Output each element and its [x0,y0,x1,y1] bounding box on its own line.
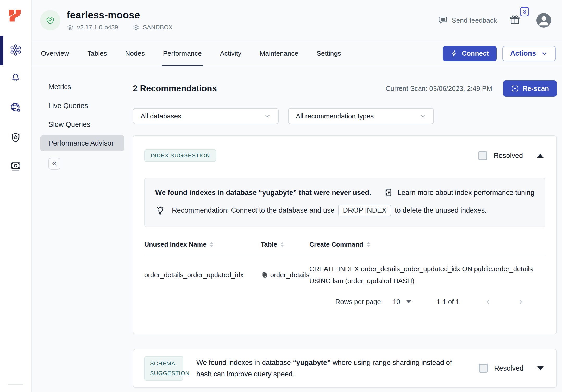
column-header-create-command[interactable]: Create Command [309,241,545,248]
tab-nodes[interactable]: Nodes [125,41,145,66]
resolved-checkbox[interactable] [478,151,487,160]
connect-label: Connect [462,49,489,58]
send-feedback-button[interactable]: Send feedback [438,15,497,26]
subnav-item-live-queries[interactable]: Live Queries [40,98,124,114]
tab-tables[interactable]: Tables [87,41,107,66]
performance-subnav: Metrics Live Queries Slow Queries Perfor… [40,79,124,170]
layers-icon [67,24,74,31]
database-name: “yugabyte” [259,189,297,197]
yugabyte-logo[interactable] [8,8,22,23]
database-filter-select[interactable]: All databases [133,108,279,124]
expand-card-button[interactable] [535,365,545,372]
cluster-meta: v2.17.1.0-b439 SANDBOX [67,24,173,31]
sidebar-divider [8,384,23,385]
cluster-tier-label: SANDBOX [143,24,173,31]
recommendation-type-filter-value: All recommendation types [296,112,374,120]
cluster-title-block: fearless-moose v2.17.1.0-b439 SANDBOX [67,10,173,31]
rescan-button[interactable]: Re-scan [503,80,557,97]
copy-icon[interactable] [261,271,268,279]
sidebar-item-usage-billing[interactable] [0,155,31,177]
notifications-bell-icon [10,72,21,83]
sidebar-item-clusters[interactable] [0,39,31,61]
drop-index-code-chip: DROP INDEX [338,205,391,216]
triangle-up-icon [536,154,544,158]
sort-icon [210,242,214,247]
tab-maintenance[interactable]: Maintenance [260,41,298,66]
tab-performance[interactable]: Performance [163,41,202,66]
feedback-bubble-icon [438,15,448,26]
chevron-down-icon [541,50,548,57]
cell-create-command: CREATE INDEX order_details_order_updated… [309,263,545,287]
subnav-item-metrics[interactable]: Metrics [40,79,124,95]
tab-overview[interactable]: Overview [41,41,69,66]
scan-icon [511,85,519,92]
sidebar-item-network-access[interactable] [0,97,31,118]
index-suggestion-card: INDEX SUGGESTION Resolved We found index… [133,135,557,334]
recommendation-type-filter-select[interactable]: All recommendation types [288,108,434,124]
billing-money-icon [10,160,21,172]
column-header-unused-index-name[interactable]: Unused Index Name [144,241,261,248]
whats-new-count-badge: 3 [520,7,529,16]
sidebar-item-security[interactable] [0,127,31,148]
learn-more-link[interactable]: Learn more about index performance tunin… [384,188,534,197]
subnav-item-performance-advisor[interactable]: Performance Advisor [40,135,124,151]
rows-per-page-label: Rows per page: [335,298,383,306]
index-recommendation-text: Recommendation: Connect to the database … [155,205,534,216]
book-icon [384,188,393,197]
connect-button[interactable]: Connect [443,46,497,61]
rows-per-page-value[interactable]: 10 [393,298,400,306]
resolved-checkbox[interactable] [479,364,488,373]
pagination-range: 1-1 of 1 [436,298,459,306]
actions-button[interactable]: Actions [502,46,556,61]
previous-page-button[interactable] [484,298,492,306]
cluster-version-label: v2.17.1.0-b439 [77,24,118,31]
chevron-right-icon [517,298,524,306]
tab-activity[interactable]: Activity [220,41,241,66]
chevron-left-icon [484,298,492,306]
column-header-table[interactable]: Table [261,241,309,248]
schema-suggestion-card: SCHEMA SUGGESTION We found indexes in da… [133,349,557,388]
rows-per-page-dropdown[interactable] [406,300,412,304]
sandbox-cluster-icon [133,24,140,31]
performance-content: Metrics Live Queries Slow Queries Perfor… [32,66,562,392]
cluster-health-icon [40,10,60,30]
advisor-filters: All databases All recommendation types [133,108,557,124]
triangle-down-icon [406,300,412,304]
network-globe-settings-icon [10,102,21,113]
sort-icon [366,242,370,247]
next-page-button[interactable] [517,298,524,306]
schema-summary-text: We found indexes in database “yugabyte” … [196,357,461,380]
rescan-label: Re-scan [523,85,549,93]
whats-new-button[interactable]: 3 [509,13,521,28]
sidebar [0,0,32,392]
advisor-header: 2 Recommendations Current Scan: 03/06/20… [133,80,557,97]
subnav-item-slow-queries[interactable]: Slow Queries [40,116,124,133]
lightbulb-icon [155,206,165,216]
tab-settings[interactable]: Settings [317,41,341,66]
table-pagination: Rows per page: 10 1-1 of 1 [144,298,545,306]
yugabyte-managed-app: fearless-moose v2.17.1.0-b439 SANDBOX [0,0,562,392]
schema-suggestion-badge: SCHEMA SUGGESTION [144,356,183,381]
advisor-main: 2 Recommendations Current Scan: 03/06/20… [133,66,557,388]
chevron-down-icon [264,113,271,119]
cluster-header: fearless-moose v2.17.1.0-b439 SANDBOX [32,0,562,41]
heart-check-icon [44,14,56,26]
collapse-sidenav-button[interactable]: « [48,158,60,170]
cell-index-name: order_details_order_updated_idx [144,271,261,279]
table-row: order_details_order_updated_idx order_de… [144,255,545,295]
database-filter-value: All databases [141,112,181,120]
user-avatar[interactable] [536,13,551,28]
collapse-card-button[interactable] [535,152,545,160]
resolved-label: Resolved [494,364,523,372]
actions-label: Actions [510,49,536,58]
index-summary-text: We found indexes in database “yugabyte” … [155,189,371,197]
triangle-down-icon [537,366,544,370]
user-avatar-icon [536,13,551,28]
cluster-tabbar: Overview Tables Nodes Performance Activi… [32,41,562,66]
sort-icon [280,242,284,247]
resolved-label: Resolved [494,152,523,160]
index-summary-box: We found indexes in database “yugabyte” … [144,178,545,227]
cluster-version: v2.17.1.0-b439 [67,24,118,31]
index-suggestion-badge: INDEX SUGGESTION [144,149,216,162]
sidebar-item-alerts[interactable] [0,66,31,88]
